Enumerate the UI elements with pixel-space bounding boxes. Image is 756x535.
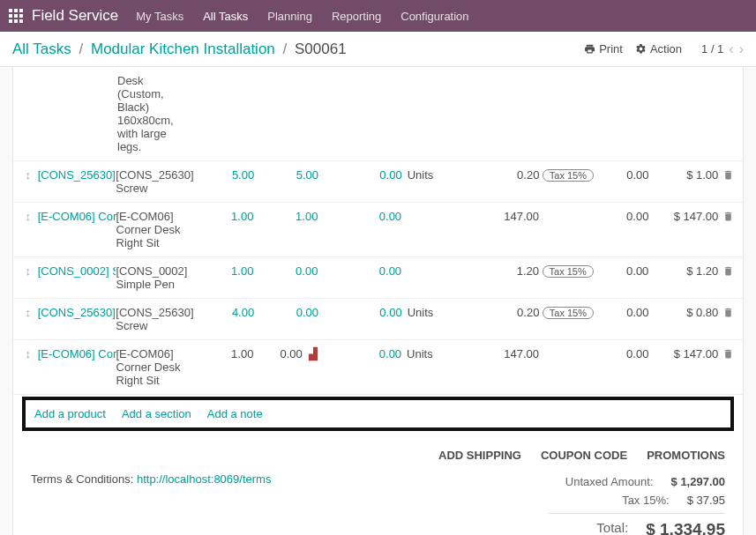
unit-price-cell: 0.20 xyxy=(456,306,540,319)
qty-cell[interactable]: 1.00 xyxy=(187,264,253,278)
drag-handle-icon[interactable]: ↕ xyxy=(19,264,38,278)
table-row: ↕[CONS_25630] Sc[CONS_25630] Screw4.000.… xyxy=(13,299,743,340)
terms-conditions: Terms & Conditions: http://localhost:806… xyxy=(31,472,460,535)
row-description: Desk (Custom, Black) 160x80cm, with larg… xyxy=(117,74,190,153)
delivered-cell[interactable]: 0.00 ▟ xyxy=(253,347,318,360)
breadcrumb-root[interactable]: All Tasks xyxy=(12,41,71,57)
add-section-link[interactable]: Add a section xyxy=(122,407,191,420)
breadcrumb-parent[interactable]: Modular Kitchen Installation xyxy=(91,41,275,57)
uom-cell: Units xyxy=(402,306,456,319)
delete-row-button[interactable] xyxy=(718,210,737,223)
pager-count: 1 / 1 xyxy=(701,42,723,56)
tax-cell: Tax 15% xyxy=(539,168,596,182)
add-product-link[interactable]: Add a product xyxy=(34,407,106,420)
description-cell: [CONS_25630] Screw xyxy=(116,168,188,195)
drag-handle-icon[interactable]: ↕ xyxy=(19,347,38,360)
product-cell[interactable]: [CONS_25630] Sc xyxy=(38,168,116,182)
pager-prev[interactable]: ‹ xyxy=(729,41,733,57)
tax-cell: Tax 15% xyxy=(539,306,596,319)
subtotal-cell: $ 147.00 xyxy=(648,210,718,223)
pager-next[interactable]: › xyxy=(739,41,744,57)
invoiced-cell[interactable]: 0.00 xyxy=(318,264,401,278)
subtotal-cell: $ 147.00 xyxy=(648,347,718,360)
trash-icon xyxy=(722,348,734,360)
promotions-button[interactable]: PROMOTIONS xyxy=(647,449,725,462)
apps-icon[interactable] xyxy=(9,9,23,23)
untaxed-value: $ 1,297.00 xyxy=(671,475,725,488)
add-note-link[interactable]: Add a note xyxy=(207,407,263,420)
qty-cell[interactable]: 4.00 xyxy=(188,306,254,319)
uom-cell: Units xyxy=(402,168,456,182)
subtotal-cell: $ 1.20 xyxy=(648,264,718,278)
table-row: ↕[CONS_0002] Sin[CONS_0002] Simple Pen1.… xyxy=(13,257,743,299)
subtotal-cell: $ 0.80 xyxy=(649,306,719,319)
delete-row-button[interactable] xyxy=(718,306,737,319)
breadcrumb-current: S00061 xyxy=(295,41,347,57)
unit-price-cell: 147.00 xyxy=(455,347,539,360)
product-cell[interactable]: [E-COM06] Corne xyxy=(38,210,116,223)
table-row: Desk (Custom, Black) 160x80cm, with larg… xyxy=(13,67,743,161)
trash-icon xyxy=(722,211,734,222)
print-icon xyxy=(584,43,595,55)
uom-cell: Units xyxy=(401,347,455,360)
unit-price-cell: 147.00 xyxy=(455,210,539,223)
description-cell: [E-COM06] Corner Desk Right Sit xyxy=(116,210,188,249)
discount-cell: 0.00 xyxy=(596,210,648,223)
delivered-cell[interactable]: 0.00 xyxy=(254,306,318,319)
nav-reporting[interactable]: Reporting xyxy=(332,10,381,23)
invoiced-cell[interactable]: 0.00 xyxy=(318,168,402,182)
print-button[interactable]: Print xyxy=(584,42,623,56)
totals-block: Untaxed Amount:$ 1,297.00 Tax 15%:$ 37.9… xyxy=(460,472,725,535)
product-cell[interactable]: [CONS_0002] Sin xyxy=(38,264,116,278)
graph-icon[interactable]: ▟ xyxy=(306,347,318,360)
nav-all-tasks[interactable]: All Tasks xyxy=(203,10,248,23)
qty-cell[interactable]: 1.00 xyxy=(187,210,253,223)
nav-my-tasks[interactable]: My Tasks xyxy=(136,10,183,23)
total-label: Total: xyxy=(596,520,628,535)
delete-row-button[interactable] xyxy=(718,347,737,360)
tax-cell: Tax 15% xyxy=(539,264,596,278)
trash-icon xyxy=(722,169,734,181)
description-cell: [CONS_0002] Simple Pen xyxy=(116,264,187,291)
nav-planning[interactable]: Planning xyxy=(267,10,312,23)
add-shipping-button[interactable]: ADD SHIPPING xyxy=(438,449,521,462)
tax-label: Tax 15%: xyxy=(622,494,669,507)
delete-row-button[interactable] xyxy=(718,264,737,278)
add-line-bar: Add a product Add a section Add a note xyxy=(22,397,734,431)
product-cell[interactable]: [E-COM06] Corne xyxy=(38,347,116,360)
delivered-cell[interactable]: 5.00 xyxy=(254,168,318,182)
delivered-cell[interactable]: 0.00 xyxy=(253,264,318,278)
invoiced-cell[interactable]: 0.00 xyxy=(318,347,401,360)
discount-cell: 0.00 xyxy=(596,168,648,182)
terms-link[interactable]: http://localhost:8069/terms xyxy=(137,472,271,486)
delivered-cell[interactable]: 1.00 xyxy=(253,210,318,223)
brand-title: Field Service xyxy=(32,7,118,25)
breadcrumb: All Tasks / Modular Kitchen Installation… xyxy=(12,41,572,58)
delete-row-button[interactable] xyxy=(718,168,737,182)
drag-handle-icon[interactable]: ↕ xyxy=(19,210,38,223)
unit-price-cell: 0.20 xyxy=(456,168,540,182)
product-cell[interactable]: [CONS_25630] Sc xyxy=(38,306,116,319)
total-value: $ 1,334.95 xyxy=(646,520,725,535)
order-lines-sheet: Desk (Custom, Black) 160x80cm, with larg… xyxy=(12,67,744,535)
discount-cell: 0.00 xyxy=(596,306,648,319)
qty-cell[interactable]: 1.00 xyxy=(187,347,253,360)
drag-handle-icon[interactable]: ↕ xyxy=(19,168,38,182)
table-row: ↕[E-COM06] Corne[E-COM06] Corner Desk Ri… xyxy=(13,203,743,257)
trash-icon xyxy=(722,307,734,318)
coupon-code-button[interactable]: COUPON CODE xyxy=(541,449,627,462)
trash-icon xyxy=(722,265,734,277)
discount-cell: 0.00 xyxy=(596,264,648,278)
footer-summary: Terms & Conditions: http://localhost:806… xyxy=(13,467,743,535)
invoiced-cell[interactable]: 0.00 xyxy=(318,306,402,319)
action-button[interactable]: Action xyxy=(635,42,682,56)
table-row: ↕[E-COM06] Corne[E-COM06] Corner Desk Ri… xyxy=(13,340,743,395)
untaxed-label: Untaxed Amount: xyxy=(565,475,654,488)
nav-configuration[interactable]: Configuration xyxy=(400,10,468,23)
invoiced-cell[interactable]: 0.00 xyxy=(318,210,401,223)
subtotal-cell: $ 1.00 xyxy=(649,168,719,182)
control-bar: All Tasks / Modular Kitchen Installation… xyxy=(0,32,756,67)
qty-cell[interactable]: 5.00 xyxy=(188,168,254,182)
description-cell: [CONS_25630] Screw xyxy=(116,306,188,332)
drag-handle-icon[interactable]: ↕ xyxy=(19,306,38,319)
